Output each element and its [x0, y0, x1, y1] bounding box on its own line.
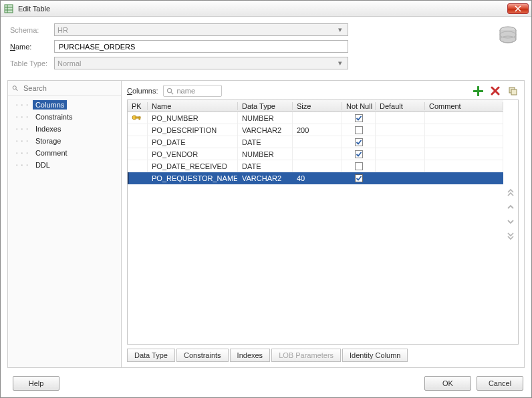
- col-header-pk[interactable]: PK: [128, 102, 148, 110]
- cell-comment[interactable]: [425, 124, 503, 136]
- body-split: ···Columns···Constraints···Indexes···Sto…: [7, 80, 525, 368]
- cell-name[interactable]: PO_DATE_RECEIVED: [148, 160, 238, 172]
- table-row[interactable]: PO_NUMBERNUMBER: [128, 112, 503, 124]
- cell-comment[interactable]: [425, 160, 503, 172]
- sidebar-item-label: DDL: [33, 160, 53, 170]
- table-row[interactable]: PO_REQUESTOR_NAMEVARCHAR240: [128, 172, 503, 184]
- notnull-checkbox[interactable]: [355, 150, 363, 158]
- notnull-checkbox[interactable]: [355, 114, 363, 122]
- notnull-checkbox[interactable]: [355, 126, 363, 134]
- footer: Help OK Cancel: [1, 372, 531, 397]
- cell-notnull[interactable]: [342, 112, 376, 124]
- cell-size[interactable]: [293, 148, 342, 160]
- cell-name[interactable]: PO_VENDOR: [148, 148, 238, 160]
- cell-default[interactable]: [376, 160, 425, 172]
- cell-notnull[interactable]: [342, 172, 376, 184]
- schema-combo: HR ▾: [54, 23, 348, 36]
- table-row[interactable]: PO_VENDORNUMBER: [128, 148, 503, 160]
- col-header-type[interactable]: Data Type: [238, 102, 293, 110]
- cell-name[interactable]: PO_REQUESTOR_NAME: [148, 172, 238, 184]
- move-bottom-button[interactable]: [505, 231, 516, 242]
- name-input-wrap[interactable]: [54, 40, 348, 53]
- cell-size[interactable]: [293, 136, 342, 148]
- cell-default[interactable]: [376, 112, 425, 124]
- cell-comment[interactable]: [425, 136, 503, 148]
- tab-constraints[interactable]: Constraints: [176, 349, 229, 362]
- cell-datatype[interactable]: NUMBER: [238, 148, 293, 160]
- sidebar-item-comment[interactable]: ···Comment: [9, 147, 120, 159]
- cell-size[interactable]: [293, 160, 342, 172]
- add-column-button[interactable]: [472, 85, 484, 97]
- cell-notnull[interactable]: [342, 148, 376, 160]
- right-pane: Columns: name: [122, 81, 524, 367]
- tree-search[interactable]: [8, 81, 121, 96]
- svg-line-8: [16, 89, 17, 91]
- notnull-checkbox[interactable]: [355, 174, 363, 182]
- edit-table-dialog: Edit Table Schema: HR ▾ Name:: [0, 0, 532, 398]
- move-top-button[interactable]: [505, 187, 516, 198]
- cell-datatype[interactable]: NUMBER: [238, 112, 293, 124]
- cell-default[interactable]: [376, 124, 425, 136]
- cell-comment[interactable]: [425, 172, 503, 184]
- col-header-size[interactable]: Size: [293, 102, 342, 110]
- col-header-notnull[interactable]: Not Null: [342, 102, 376, 110]
- svg-point-9: [168, 88, 172, 92]
- cell-name[interactable]: PO_DESCRIPTION: [148, 124, 238, 136]
- move-down-button[interactable]: [505, 216, 516, 227]
- col-header-default[interactable]: Default: [376, 102, 425, 110]
- notnull-checkbox[interactable]: [355, 138, 363, 146]
- cell-datatype[interactable]: DATE: [238, 136, 293, 148]
- cell-size[interactable]: [293, 112, 342, 124]
- titlebar: Edit Table: [1, 1, 531, 17]
- detail-tabs: Data TypeConstraintsIndexesLOB Parameter…: [127, 349, 519, 362]
- cell-notnull[interactable]: [342, 160, 376, 172]
- cancel-button[interactable]: Cancel: [477, 376, 523, 391]
- cell-size[interactable]: 40: [293, 172, 342, 184]
- col-header-name[interactable]: Name: [148, 102, 238, 110]
- tree-branch-icon: ···: [15, 113, 30, 122]
- cell-name[interactable]: PO_NUMBER: [148, 112, 238, 124]
- svg-point-7: [13, 86, 16, 89]
- remove-column-button[interactable]: [489, 85, 501, 97]
- move-up-button[interactable]: [505, 202, 516, 212]
- help-button[interactable]: Help: [13, 376, 59, 391]
- grid-header: PK Name Data Type Size Not Null Default …: [128, 100, 503, 112]
- cell-default[interactable]: [376, 136, 425, 148]
- cell-name[interactable]: PO_DATE: [148, 136, 238, 148]
- copy-column-button[interactable]: [507, 85, 519, 97]
- ok-button[interactable]: OK: [424, 376, 471, 391]
- sidebar-item-storage[interactable]: ···Storage: [9, 135, 120, 147]
- sidebar-item-indexes[interactable]: ···Indexes: [9, 123, 120, 135]
- table-row[interactable]: PO_DATE_RECEIVEDDATE: [128, 160, 503, 172]
- tab-data-type[interactable]: Data Type: [127, 349, 175, 362]
- cell-notnull[interactable]: [342, 136, 376, 148]
- cell-default[interactable]: [376, 172, 425, 184]
- cell-datatype[interactable]: DATE: [238, 160, 293, 172]
- notnull-checkbox[interactable]: [355, 162, 363, 170]
- cell-comment[interactable]: [425, 148, 503, 160]
- col-header-comment[interactable]: Comment: [425, 102, 503, 110]
- cell-size[interactable]: 200: [293, 124, 342, 136]
- cell-notnull[interactable]: [342, 124, 376, 136]
- sidebar-item-ddl[interactable]: ···DDL: [9, 159, 120, 171]
- x-icon: [491, 86, 500, 95]
- table-row[interactable]: PO_DATEDATE: [128, 136, 503, 148]
- chevron-down-icon: ▾: [336, 59, 345, 67]
- cell-comment[interactable]: [425, 112, 503, 124]
- cell-datatype[interactable]: VARCHAR2: [238, 124, 293, 136]
- columns-filter[interactable]: name: [163, 85, 222, 97]
- sidebar-item-columns[interactable]: ···Columns: [9, 99, 120, 111]
- up-icon: [506, 202, 515, 212]
- row-reorder-arrows: [503, 100, 518, 344]
- table-row[interactable]: PO_DESCRIPTIONVARCHAR2200: [128, 124, 503, 136]
- cell-default[interactable]: [376, 148, 425, 160]
- tree-search-input[interactable]: [22, 83, 117, 93]
- name-input[interactable]: [57, 42, 345, 51]
- tab-identity-column[interactable]: Identity Column: [342, 349, 408, 362]
- tree-branch-icon: ···: [15, 125, 30, 134]
- svg-line-10: [172, 92, 174, 94]
- tab-indexes[interactable]: Indexes: [230, 349, 271, 362]
- cell-datatype[interactable]: VARCHAR2: [238, 172, 293, 184]
- close-button[interactable]: [507, 3, 529, 14]
- sidebar-item-constraints[interactable]: ···Constraints: [9, 111, 120, 123]
